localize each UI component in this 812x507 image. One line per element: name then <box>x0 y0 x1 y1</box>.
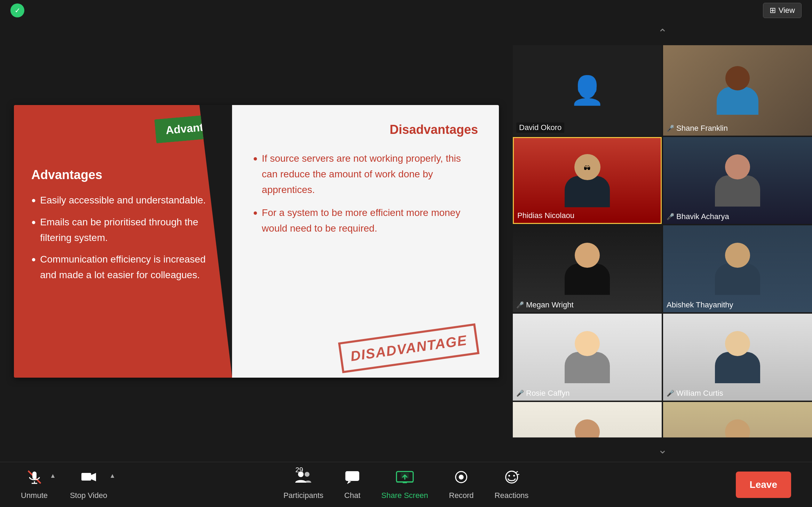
camera-icon <box>80 469 97 488</box>
william-figure <box>663 314 812 401</box>
shane-body <box>717 87 758 115</box>
video-cell-rosie: 🎤 Rosie Caffyn <box>513 314 662 401</box>
bhavik-body <box>715 175 760 207</box>
abishek-name-label: Abishek Thayanithy <box>667 300 733 309</box>
chat-icon <box>344 469 360 488</box>
megan-mute-icon: 🎤 <box>516 301 524 309</box>
unmute-arrow[interactable]: ▲ <box>50 472 56 480</box>
phidias-figure: 🕶 <box>514 138 661 223</box>
william-name-label: 🎤 William Curtis <box>667 389 723 398</box>
video-cell-david-okoro: 👤 David Okoro <box>513 45 662 136</box>
top-bar: ✓ ⊞ View <box>0 0 812 21</box>
shane-mute-icon: 🎤 <box>667 124 674 132</box>
phidias-name-label: Phidias Nicolaou <box>517 211 574 220</box>
svg-rect-1 <box>32 472 37 479</box>
disadvantage-item-1: If source servers are not working proper… <box>253 151 478 198</box>
bhavik-name: Bhavik Acharya <box>676 212 729 221</box>
video-cell-william: 🎤 William Curtis <box>663 314 812 401</box>
rosie-name-label: 🎤 Rosie Caffyn <box>516 389 570 398</box>
advantage-item-1: Easily accessible and understandable. <box>31 193 215 208</box>
disadvantage-item-2: For a system to be more efficient more m… <box>253 205 478 236</box>
chat-button[interactable]: Chat <box>344 469 360 500</box>
record-icon <box>453 469 469 488</box>
phidias-head: 🕶 <box>574 154 600 180</box>
svg-rect-11 <box>400 473 409 478</box>
video-cell-bhavik: 🎤 Bhavik Acharya <box>663 137 812 224</box>
bhavik-name-label: 🎤 Bhavik Acharya <box>667 212 729 221</box>
grid-icon: ⊞ <box>770 6 776 15</box>
svg-rect-7 <box>345 471 359 481</box>
leave-button[interactable]: Leave <box>736 472 791 498</box>
view-label: View <box>779 6 795 15</box>
video-cell-umar: 🎤 umar <box>663 402 812 437</box>
david-figure: 👤 <box>513 45 662 136</box>
shane-name-label: 🎤 Shane Franklin <box>667 124 728 133</box>
toolbar-left: Unmute ▲ Stop Video ▲ <box>21 469 116 500</box>
disadvantage-stamp: DISADVANTAGE <box>338 323 480 373</box>
scroll-up-arrow[interactable]: ⌃ <box>513 21 812 45</box>
rosie-mute-icon: 🎤 <box>516 389 524 397</box>
video-cell-shane: 🎤 Shane Franklin <box>663 45 812 136</box>
slide-right-section: Disadvantages If source servers are not … <box>232 105 499 378</box>
share-screen-icon <box>396 469 414 488</box>
advantages-list: Easily accessible and understandable. Em… <box>31 193 215 283</box>
megan-name: Megan Wright <box>526 300 574 309</box>
megan-name-label: 🎤 Megan Wright <box>516 300 574 309</box>
video-grid: 👤 David Okoro 🎤 Shane Franklin <box>513 45 812 437</box>
share-screen-button[interactable]: Share Screen <box>381 469 428 500</box>
disadvantages-title: Disadvantages <box>253 122 478 137</box>
stop-video-label: Stop Video <box>70 491 107 500</box>
william-mute-icon: 🎤 <box>667 389 674 397</box>
svg-point-15 <box>508 475 510 476</box>
stop-video-arrow[interactable]: ▲ <box>109 472 116 480</box>
participants-button[interactable]: 29 Participants <box>284 469 324 500</box>
participants-count: 29 <box>295 466 316 474</box>
reactions-label: Reactions <box>495 491 529 500</box>
participants-label: Participants <box>284 491 324 500</box>
megan-figure <box>513 225 662 312</box>
megan-head <box>575 243 600 268</box>
rosie-head <box>575 331 600 356</box>
rosie-figure <box>513 314 662 401</box>
stop-video-group: Stop Video ▲ <box>70 469 116 500</box>
hagrah-figure <box>513 402 662 437</box>
record-label: Record <box>449 491 474 500</box>
view-button[interactable]: ⊞ View <box>763 3 802 18</box>
bhavik-figure <box>663 137 812 224</box>
toolbar-center: 29 Participants Chat <box>284 469 529 500</box>
rosie-name: Rosie Caffyn <box>526 389 570 398</box>
svg-rect-4 <box>81 473 91 481</box>
advantage-item-2: Emails can be prioritised through the fi… <box>31 215 215 246</box>
share-screen-label: Share Screen <box>381 491 428 500</box>
abishek-figure <box>663 225 812 312</box>
stop-video-button[interactable]: Stop Video <box>70 469 107 500</box>
david-name: David Okoro <box>516 122 564 133</box>
video-panel: ⌃ 👤 David Okoro 🎤 Shan <box>513 21 812 462</box>
reactions-button[interactable]: Reactions <box>495 469 529 500</box>
unmute-group: Unmute ▲ <box>21 469 56 500</box>
phidias-name: Phidias Nicolaou <box>517 211 574 220</box>
umar-head <box>725 419 750 437</box>
unmute-button[interactable]: Unmute <box>21 469 48 500</box>
slide-left-section: Advantages Advantages Easily accessible … <box>14 105 232 378</box>
bhavik-mute-icon: 🎤 <box>667 213 674 220</box>
svg-point-16 <box>513 475 515 476</box>
bhavik-head <box>725 154 750 179</box>
scroll-down-arrow[interactable]: ⌄ <box>513 437 812 462</box>
advantages-title: Advantages <box>31 168 215 182</box>
presentation-area: Advantages Advantages Easily accessible … <box>0 21 513 462</box>
abishek-head <box>725 243 750 268</box>
main-content: Advantages Advantages Easily accessible … <box>0 21 812 462</box>
disadvantages-list: If source servers are not working proper… <box>253 151 478 244</box>
megan-body <box>565 264 610 295</box>
slide: Advantages Advantages Easily accessible … <box>14 105 499 378</box>
abishek-body <box>715 264 760 295</box>
william-head <box>725 331 750 356</box>
participants-icon: 29 <box>295 469 312 488</box>
chat-label: Chat <box>344 491 360 500</box>
shane-name: Shane Franklin <box>676 124 728 133</box>
rosie-body <box>565 352 610 383</box>
record-button[interactable]: Record <box>449 469 474 500</box>
hagrah-head <box>575 419 600 437</box>
toolbar-right: Leave <box>736 472 791 498</box>
